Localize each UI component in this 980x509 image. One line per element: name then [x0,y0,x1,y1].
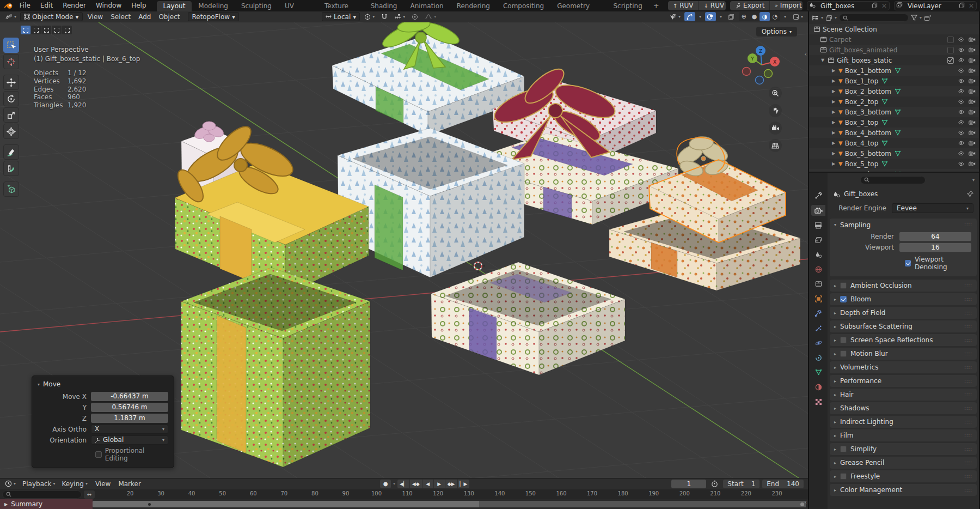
outliner-item-name[interactable]: Scene Collection [823,26,877,33]
expand-chevron-icon[interactable]: ▸ [834,406,836,411]
filter-arrows-button[interactable]: ↔ [84,490,95,499]
timeline-collapse-arrow[interactable]: ‹ [805,499,807,505]
export-button[interactable]: Export [730,1,770,10]
move-y-field[interactable]: 0.56746 m [91,403,168,412]
expand-chevron-icon[interactable]: ▸ [834,474,836,479]
expand-chevron-icon[interactable]: ▸ [834,379,836,384]
select-extend-button[interactable] [31,26,41,34]
hide-eye-icon[interactable] [958,130,965,136]
properties-tab-view-layer[interactable] [811,234,825,245]
properties-tab-tool[interactable] [811,190,825,201]
tool-annotate[interactable] [3,144,19,160]
tool-cursor[interactable] [3,54,19,69]
hide-eye-icon[interactable] [958,47,965,53]
outliner-row-box_3_top[interactable]: ▶▼Box_3_top [809,117,979,128]
tab-scripting[interactable]: Scripting [607,1,648,11]
timeline-menu-keying[interactable]: Keying▾ [59,479,90,489]
panel-bloom[interactable]: ▸Bloom:::: [830,293,977,305]
pivot-point-dropdown[interactable]: ▾ [362,12,377,22]
outliner-row-box_6_bottom[interactable]: ▶▼Box_6_bottom [809,169,979,173]
disable-render-camera-icon[interactable] [969,99,976,105]
keyframe-strip-outrange[interactable] [479,501,806,507]
menu-edit[interactable]: Edit [35,0,58,11]
outliner-item-name[interactable]: Gift_boxes_animated [829,46,897,54]
gizmos-toggle[interactable] [684,12,695,21]
sidebar-collapse-arrow[interactable]: ‹ [805,51,807,58]
expand-chevron-icon[interactable]: ▸ [834,297,836,302]
panel-checkbox[interactable] [840,337,847,343]
panel-grip-icon[interactable]: :::: [964,352,972,356]
outliner-row-box_4_bottom[interactable]: ▶▼Box_4_bottom [809,128,979,138]
collection-checkbox[interactable] [947,47,954,53]
proportional-editing-checkbox[interactable] [95,451,102,458]
panel-grip-icon[interactable]: :::: [964,420,972,425]
panel-indirect-lighting[interactable]: ▸Indirect Lighting:::: [830,416,977,428]
panel-checkbox[interactable] [840,446,847,452]
panel-volumetrics[interactable]: ▸Volumetrics:::: [830,361,977,373]
shading-rendered-icon[interactable]: ◔ [770,12,780,21]
select-intersect-button[interactable] [62,26,72,34]
panel-ambient-occlusion[interactable]: ▸Ambient Occlusion:::: [830,280,977,292]
shading-material-icon[interactable]: ◑ [759,12,770,21]
disable-render-camera-icon[interactable] [969,150,976,156]
timeline-editor-type-button[interactable]: ▾ [2,479,19,489]
options-dropdown[interactable]: Options▾ [756,27,797,37]
shading-wireframe-icon[interactable]: ⊕ [739,12,749,21]
scene-name-field[interactable]: Gift_boxes [817,2,869,10]
disable-render-camera-icon[interactable] [969,140,976,146]
panel-motion-blur[interactable]: ▸Motion Blur:::: [830,348,977,360]
outliner-item-name[interactable]: Box_4_top [845,140,879,147]
outliner-item-name[interactable]: Box_3_bottom [845,108,891,116]
outliner-row-gift_boxes_animated[interactable]: Gift_boxes_animated [809,45,979,55]
hide-eye-icon[interactable] [958,78,965,84]
panel-grip-icon[interactable]: :::: [964,433,972,438]
expand-chevron-icon[interactable]: ▸ [834,311,836,316]
expand-arrow-icon[interactable]: ▶ [831,68,836,73]
collection-checkbox[interactable] [947,57,954,64]
menu-render[interactable]: Render [58,0,91,11]
orientation-dropdown[interactable]: Global▾ [91,435,168,445]
expand-arrow-icon[interactable]: ▶ [831,130,836,135]
current-frame-field[interactable]: 1 [671,480,706,488]
gizmos-dropdown[interactable]: ▾ [696,12,704,22]
disable-render-camera-icon[interactable] [969,88,976,94]
expand-chevron-icon[interactable]: ▸ [834,365,836,370]
outliner-row-box_2_top[interactable]: ▶▼Box_2_top [809,96,979,107]
properties-tab-output[interactable] [811,220,825,231]
outliner-row-box_1_bottom[interactable]: ▶▼Box_1_bottom [809,65,979,76]
properties-tab-texture[interactable] [811,396,825,407]
tool-measure[interactable] [3,161,19,176]
record-button[interactable]: ● [380,480,391,488]
panel-grip-icon[interactable]: :::: [964,311,972,316]
tool-rotate[interactable] [3,91,19,106]
panel-film[interactable]: ▸Film:::: [830,429,977,441]
timeline-ruler[interactable]: ↔ 20304050607080901001101201301401501601… [0,489,808,500]
outliner-item-name[interactable]: Box_1_top [845,77,879,85]
play-reverse-button[interactable]: ◀ [422,480,433,488]
import-button[interactable]: » Import [770,1,803,10]
expand-chevron-icon[interactable]: ▸ [834,460,836,465]
expand-arrow-icon[interactable]: ▶ [831,110,836,114]
outliner-row-scene-collection[interactable]: Scene Collection [809,24,979,34]
outliner-item-name[interactable]: Box_2_top [845,98,879,106]
sampling-title[interactable]: Sampling [840,221,871,229]
render-pass-dropdown[interactable]: ▾ [790,12,806,22]
panel-grip-icon[interactable]: :::: [964,379,972,384]
panel-checkbox[interactable] [840,473,847,480]
properties-tab-physics[interactable] [811,337,825,348]
panel-screen-space-reflections[interactable]: ▸Screen Space Reflections:::: [830,334,977,346]
editor-type-button[interactable]: ▾ [2,12,19,22]
expand-arrow-icon[interactable]: ▶ [831,89,836,94]
viewport-menu-view[interactable]: View [84,13,107,21]
panel-checkbox[interactable] [840,282,847,289]
outliner-item-name[interactable]: Box_4_bottom [845,129,891,137]
retopoflow-dropdown[interactable]: RetopoFlow ▾ [188,12,239,21]
jump-start-button[interactable]: ◀▏ [397,480,409,488]
play-button[interactable]: ▶ [434,480,445,488]
expand-chevron-icon[interactable]: ▸ [834,433,836,438]
hide-eye-icon[interactable] [958,57,965,63]
add-workspace-button[interactable]: + [649,2,664,10]
tab-animation[interactable]: Animation [403,1,450,11]
outliner-row-box_1_top[interactable]: ▶▼Box_1_top [809,76,979,86]
tab-uv-editing[interactable]: UV Editing [278,1,318,11]
